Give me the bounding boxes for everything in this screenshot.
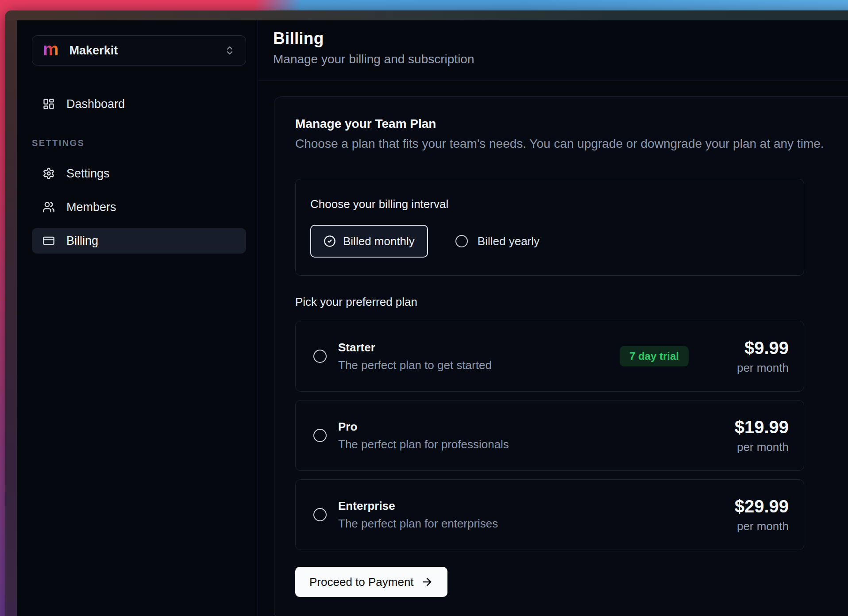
plan-period: per month (713, 520, 789, 533)
plan-description: The perfect plan to get started (338, 358, 492, 372)
sidebar-item-label: Settings (66, 167, 110, 181)
sidebar-nav: Dashboard SETTINGS Settings Members (32, 91, 246, 262)
page-title: Billing (273, 29, 844, 48)
plan-description: The perfect plan for enterprises (338, 517, 498, 531)
sidebar-item-label: Members (66, 200, 116, 214)
plan-name: Enterprise (338, 499, 498, 513)
window-frame-edge (5, 20, 17, 616)
plan-price: $29.99 (713, 497, 789, 516)
desktop-wallpaper (0, 0, 848, 11)
card-description: Choose a plan that fits your team's need… (295, 137, 848, 151)
page-subtitle: Manage your billing and subscription (273, 52, 844, 66)
plan-price: $19.99 (713, 417, 789, 437)
trial-badge: 7 day trial (620, 346, 689, 366)
sidebar-item-label: Dashboard (66, 97, 125, 111)
billed-yearly-option[interactable]: Billed yearly (455, 235, 540, 248)
team-plan-card: Manage your Team Plan Choose a plan that… (274, 96, 848, 616)
sidebar-item-billing[interactable]: Billing (32, 228, 246, 254)
sidebar: m Makerkit Dashboard SETTINGS (17, 20, 258, 616)
main-content: Billing Manage your billing and subscrip… (258, 20, 848, 616)
team-name: Makerkit (69, 44, 214, 58)
plan-row-enterprise[interactable]: Enterprise The perfect plan for enterpri… (295, 479, 804, 550)
plan-price: $9.99 (713, 338, 789, 358)
billed-yearly-label: Billed yearly (478, 235, 540, 248)
radio-circle-icon[interactable] (313, 350, 327, 363)
chevrons-up-down-icon (224, 45, 235, 56)
window-titlebar[interactable] (5, 11, 848, 20)
sidebar-item-members[interactable]: Members (32, 194, 246, 220)
radio-circle-icon[interactable] (313, 508, 327, 521)
sidebar-section-label: SETTINGS (32, 138, 246, 148)
gear-icon (42, 167, 55, 180)
plan-row-starter[interactable]: Starter The perfect plan to get started … (295, 321, 804, 392)
billed-monthly-label: Billed monthly (343, 235, 415, 248)
radio-circle-icon (455, 235, 468, 247)
check-circle-icon (324, 235, 336, 247)
arrow-right-icon (421, 576, 433, 588)
radio-circle-icon[interactable] (313, 429, 327, 442)
card-title: Manage your Team Plan (295, 117, 848, 131)
sidebar-item-settings[interactable]: Settings (32, 161, 246, 186)
proceed-to-payment-label: Proceed to Payment (309, 575, 414, 589)
plan-period: per month (713, 361, 789, 375)
plan-row-pro[interactable]: Pro The perfect plan for professionals $… (295, 400, 804, 471)
sidebar-item-label: Billing (66, 234, 98, 248)
team-selector[interactable]: m Makerkit (32, 35, 246, 65)
plans-label: Pick your preferred plan (295, 295, 848, 309)
billing-interval-label: Choose your billing interval (310, 197, 789, 211)
plan-period: per month (713, 440, 789, 454)
makerkit-logo-icon: m (43, 40, 59, 58)
sidebar-item-dashboard[interactable]: Dashboard (32, 91, 246, 117)
proceed-to-payment-button[interactable]: Proceed to Payment (295, 567, 447, 597)
page-header: Billing Manage your billing and subscrip… (258, 20, 848, 81)
plan-description: The perfect plan for professionals (338, 438, 509, 451)
users-icon (42, 201, 55, 213)
credit-card-icon (42, 235, 55, 247)
billing-interval-group: Choose your billing interval Billed mont… (295, 179, 804, 276)
billed-monthly-option[interactable]: Billed monthly (310, 225, 428, 258)
app-window: m Makerkit Dashboard SETTINGS (5, 10, 848, 616)
plan-name: Pro (338, 420, 509, 434)
plan-name: Starter (338, 341, 492, 354)
dashboard-icon (42, 98, 55, 110)
